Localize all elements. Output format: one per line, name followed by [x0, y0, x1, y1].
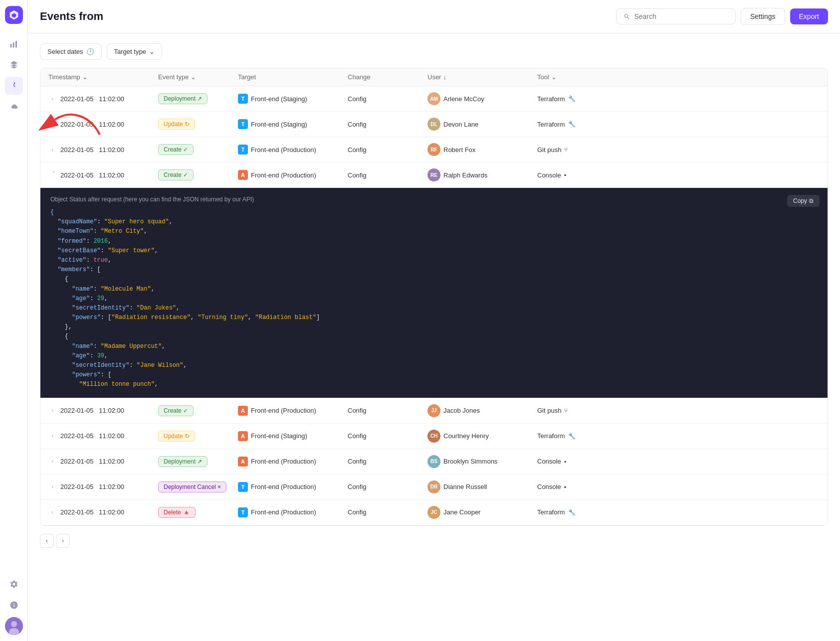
cell-timestamp: › 2022-01-05 11:02:00	[48, 458, 158, 466]
target-icon: A	[238, 170, 248, 180]
target-icon: T	[238, 507, 248, 517]
cell-change: Config	[348, 432, 427, 440]
sidebar-item-cloud[interactable]	[5, 98, 23, 116]
console-icon: ▪	[564, 483, 566, 490]
sidebar	[0, 0, 28, 641]
svg-point-4	[11, 621, 17, 627]
cell-target: A Front-end (Production)	[238, 170, 348, 180]
expand-chevron[interactable]: ›	[48, 407, 56, 415]
target-type-button[interactable]: Target type ⌄	[107, 43, 162, 60]
avatar: JC	[427, 506, 440, 519]
table-row: › 2022-01-05 11:02:00 Create ✓ A Front-e…	[40, 398, 828, 424]
search-box[interactable]	[616, 8, 736, 24]
terraform-icon: 🔧	[568, 95, 576, 102]
cell-timestamp: › 2022-01-05 11:02:00	[48, 171, 158, 179]
cell-event-type: Update ↻	[158, 119, 238, 130]
expand-chevron[interactable]: ›	[48, 120, 56, 128]
table-row: › 2022-01-05 11:02:00 Create ✓ A Front-e…	[40, 162, 828, 188]
sort-icon[interactable]: ⌄	[191, 73, 196, 81]
avatar: JJ	[427, 404, 440, 417]
event-badge: Delete 🔺	[158, 507, 196, 518]
clock-icon: 🕐	[86, 48, 94, 55]
sort-icon[interactable]: ⌄	[551, 73, 557, 81]
cell-event-type: Deployment ↗	[158, 456, 238, 467]
cell-target: A Front-end (Staging)	[238, 431, 348, 441]
events-table: Timestamp ⌄ Event type ⌄ Target Change U…	[40, 68, 828, 526]
cell-tool: Git push ⑂	[537, 146, 617, 154]
event-badge: Deployment ↗	[158, 93, 208, 104]
user-name-ralph: Ralph Edwards	[443, 171, 487, 179]
cell-timestamp: › 2022-01-05 11:02:00	[48, 432, 158, 440]
sort-icon[interactable]: ⌄	[82, 73, 88, 81]
sort-desc-icon[interactable]: ↓	[443, 73, 446, 81]
pagination: ‹ ›	[40, 526, 828, 550]
sidebar-bottom	[5, 575, 23, 635]
copy-button[interactable]: Copy ⧉	[787, 195, 820, 207]
prev-page-button[interactable]: ‹	[40, 534, 54, 548]
cell-tool: Git push ⑂	[537, 407, 617, 414]
cell-change: Config	[348, 146, 427, 154]
export-button[interactable]: Export	[790, 8, 828, 24]
search-icon	[624, 13, 630, 20]
expand-chevron[interactable]: ›	[48, 458, 56, 466]
cell-user: DL Devon Lane	[427, 118, 537, 131]
cell-tool: Console ▪	[537, 483, 617, 490]
col-tool: Tool ⌄	[537, 73, 617, 81]
cell-event-type: Deployment Cancel ×	[158, 481, 238, 492]
cell-user: RF Robert Fox	[427, 143, 537, 156]
select-dates-button[interactable]: Select dates 🕐	[40, 43, 102, 60]
table-row: › 2022-01-05 11:02:00 Delete 🔺 T Front-e…	[40, 500, 828, 525]
cell-change: Config	[348, 407, 427, 414]
cell-tool: Terraform 🔧	[537, 508, 617, 516]
table-row: › 2022-01-05 11:02:00 Update ↻ T Front-e…	[40, 112, 828, 137]
cell-target: T Front-end (Production)	[238, 482, 348, 492]
table-row: › 2022-01-05 11:02:00 Deployment ↗ T Fro…	[40, 86, 828, 112]
expand-chevron[interactable]: ›	[48, 95, 56, 103]
cell-event-type: Create ✓	[158, 144, 238, 155]
json-content: { "squadName": "Super hero squad", "home…	[50, 208, 818, 390]
expand-chevron[interactable]: ›	[48, 171, 56, 179]
expand-chevron[interactable]: ›	[48, 483, 56, 491]
expand-chevron[interactable]: ›	[48, 432, 56, 440]
next-page-button[interactable]: ›	[56, 534, 70, 548]
col-change: Change	[348, 73, 427, 81]
cell-user: RE Ralph Edwards	[427, 168, 537, 181]
avatar: DR	[427, 481, 440, 493]
user-avatar[interactable]	[5, 617, 23, 635]
search-input[interactable]	[634, 12, 728, 20]
select-dates-label: Select dates	[47, 48, 83, 55]
cell-target: T Front-end (Staging)	[238, 119, 348, 129]
sidebar-item-analytics[interactable]	[5, 35, 23, 53]
event-badge: Update ↻	[158, 119, 195, 130]
filters-bar: Select dates 🕐 Target type ⌄	[40, 43, 828, 60]
svg-rect-0	[10, 44, 11, 48]
table-row: › 2022-01-05 11:02:00 Update ↻ A Front-e…	[40, 424, 828, 449]
cell-tool: Terraform 🔧	[537, 95, 617, 103]
target-icon: T	[238, 482, 248, 492]
table-header: Timestamp ⌄ Event type ⌄ Target Change U…	[40, 68, 828, 86]
target-icon: T	[238, 145, 248, 155]
settings-icon[interactable]	[5, 575, 23, 593]
cell-change: Config	[348, 458, 427, 465]
sidebar-item-layers[interactable]	[5, 56, 23, 74]
sidebar-item-history[interactable]	[5, 77, 23, 95]
expand-chevron[interactable]: ›	[48, 146, 56, 154]
info-icon[interactable]	[5, 596, 23, 614]
svg-rect-1	[12, 42, 14, 48]
avatar: RF	[427, 143, 440, 156]
cell-user: JJ Jacob Jones	[427, 404, 537, 417]
cell-timestamp: › 2022-01-05 11:02:00	[48, 407, 158, 415]
avatar: BS	[427, 455, 440, 468]
target-icon: T	[238, 119, 248, 129]
app-logo[interactable]	[5, 6, 23, 24]
cell-event-type: Update ↻	[158, 431, 238, 442]
cell-change: Config	[348, 508, 427, 516]
avatar: DL	[427, 118, 440, 131]
expand-chevron[interactable]: ›	[48, 508, 56, 516]
event-badge: Create ✓	[158, 405, 194, 416]
cell-event-type: Create ✓	[158, 169, 238, 180]
avatar: AM	[427, 92, 440, 105]
settings-button[interactable]: Settings	[741, 8, 785, 25]
col-event-type: Event type ⌄	[158, 73, 238, 81]
header-actions: Settings Export	[616, 8, 828, 25]
